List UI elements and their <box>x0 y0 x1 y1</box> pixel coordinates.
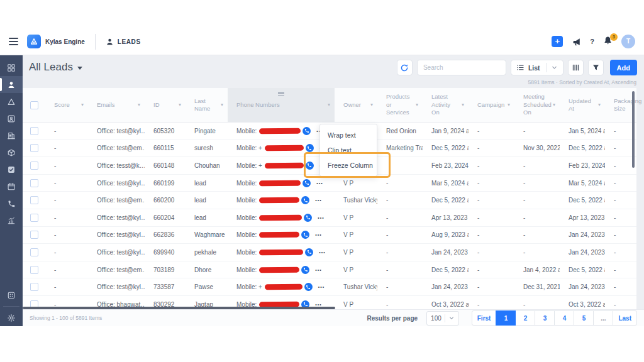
notifications-bell-icon[interactable]: 3 <box>603 36 613 48</box>
row-actions-icon[interactable]: ••• <box>315 302 321 307</box>
row-checkbox[interactable] <box>30 196 38 204</box>
sidebar-item-companies[interactable] <box>0 127 23 144</box>
cell-updated: Feb 23, 2024 … <box>560 157 605 174</box>
sidebar-item-apps[interactable] <box>0 287 23 304</box>
page-button-last[interactable]: Last <box>613 310 637 326</box>
page-button-...[interactable]: ... <box>593 310 613 326</box>
call-button[interactable] <box>301 231 309 239</box>
row-actions-icon[interactable]: ••• <box>319 250 325 255</box>
call-button[interactable] <box>306 144 314 152</box>
column-header-updated[interactable]: Updated At▾ <box>560 88 605 122</box>
sort-chevron-icon[interactable]: ▾ <box>462 102 464 108</box>
sidebar-item-products[interactable] <box>0 144 23 161</box>
cell-owner: Tushar Vicky <box>335 278 377 295</box>
sidebar-item-reports[interactable] <box>0 212 23 229</box>
column-header-products[interactable]: Products or Services▾ <box>377 88 423 122</box>
page-button-4[interactable]: 4 <box>554 310 574 326</box>
column-header-email[interactable]: Emails▾ <box>88 88 145 122</box>
sidebar-item-dashboard[interactable] <box>0 59 23 76</box>
sidebar-item-tasks[interactable] <box>0 161 23 178</box>
sort-chevron-icon[interactable]: ▾ <box>370 102 373 108</box>
sort-chevron-icon[interactable]: ▾ <box>138 102 140 108</box>
sort-chevron-icon[interactable]: ▾ <box>221 102 223 108</box>
sidebar-item-leads[interactable] <box>0 76 23 93</box>
row-actions-icon[interactable]: ••• <box>315 268 321 272</box>
column-header-last_name[interactable]: Last Name▾ <box>186 88 228 122</box>
cell-score: - <box>45 123 88 140</box>
menu-item-wrap-text[interactable]: Wrap text <box>320 128 377 143</box>
sort-chevron-icon[interactable]: ▾ <box>508 102 510 108</box>
vertical-scrollbar[interactable] <box>632 91 635 168</box>
row-actions-icon[interactable]: ••• <box>318 216 324 220</box>
cell-last_name: Dhore <box>186 261 228 278</box>
sidebar-item-meetings[interactable] <box>0 178 23 195</box>
row-checkbox[interactable] <box>30 162 38 170</box>
sidebar-item-calls[interactable] <box>0 195 23 212</box>
row-checkbox[interactable] <box>30 231 38 239</box>
page-button-1[interactable]: 1 <box>496 310 516 326</box>
column-drag-handle-icon[interactable] <box>278 92 284 97</box>
row-checkbox[interactable] <box>30 179 38 187</box>
sort-chevron-icon[interactable]: ▾ <box>416 102 418 108</box>
call-button[interactable] <box>304 214 312 222</box>
row-actions-icon[interactable]: ••• <box>318 285 325 289</box>
call-button[interactable] <box>306 162 314 170</box>
column-header-phone[interactable]: Phone Numbers▾ <box>228 88 335 122</box>
view-selector-title[interactable]: All Leads <box>29 61 82 74</box>
search-input[interactable] <box>422 63 508 72</box>
row-checkbox[interactable] <box>30 127 38 135</box>
column-header-latest_activity[interactable]: Latest Activity On▾ <box>423 88 469 122</box>
column-header-meeting[interactable]: Meeting Scheduled On▾ <box>514 88 560 122</box>
row-checkbox[interactable] <box>30 248 38 256</box>
menu-item-freeze-column[interactable]: Freeze Column <box>320 158 377 173</box>
sort-chevron-icon[interactable]: ▾ <box>598 102 601 108</box>
row-checkbox[interactable] <box>30 283 38 291</box>
call-button[interactable] <box>301 196 309 204</box>
menu-item-clip-text[interactable]: Clip text <box>320 143 377 158</box>
call-button[interactable] <box>305 248 313 256</box>
refresh-button[interactable] <box>397 60 413 75</box>
kylas-logo-icon[interactable] <box>27 35 41 48</box>
row-actions-icon[interactable]: ••• <box>315 233 321 237</box>
column-header-owner[interactable]: Owner▾ <box>335 88 377 122</box>
row-checkbox[interactable] <box>30 266 38 274</box>
call-button[interactable] <box>304 283 313 291</box>
sidebar-item-deals[interactable] <box>0 93 23 110</box>
page-button-first[interactable]: First <box>472 310 497 326</box>
page-button-3[interactable]: 3 <box>535 310 555 326</box>
help-icon[interactable]: ? <box>590 38 594 45</box>
column-header-id[interactable]: ID▾ <box>145 88 186 122</box>
call-button[interactable] <box>301 266 309 274</box>
view-type-dropdown[interactable]: List <box>511 60 564 75</box>
manage-columns-button[interactable] <box>568 60 584 75</box>
row-checkbox[interactable] <box>30 144 38 152</box>
page-button-5[interactable]: 5 <box>574 310 594 326</box>
call-button[interactable] <box>303 127 311 135</box>
sidebar-item-contacts[interactable] <box>0 110 23 127</box>
select-all-checkbox[interactable] <box>30 101 38 109</box>
filter-button[interactable] <box>588 60 604 75</box>
call-button[interactable] <box>303 179 311 187</box>
cell-last_name: lead <box>186 175 228 192</box>
page-button-2[interactable]: 2 <box>515 310 535 326</box>
add-lead-button[interactable]: Add <box>610 60 637 75</box>
results-per-page-select[interactable]: 100 <box>426 311 459 326</box>
cell-email: Office: test@em… <box>88 192 145 209</box>
hamburger-menu-icon[interactable] <box>9 38 18 45</box>
column-header-campaign[interactable]: Campaign▾ <box>469 88 514 122</box>
row-actions-icon[interactable]: ••• <box>315 198 321 202</box>
sort-chevron-icon[interactable]: ▾ <box>328 102 330 108</box>
row-checkbox[interactable] <box>30 214 38 222</box>
announcements-icon[interactable] <box>572 37 581 47</box>
column-header-score[interactable]: Score▾ <box>45 88 88 122</box>
app-window: Kylas Engine LEADS + ? 3 T All Leads <box>0 28 644 327</box>
row-actions-icon[interactable]: ••• <box>316 181 323 185</box>
quick-add-button[interactable]: + <box>552 36 563 47</box>
sidebar-item-settings[interactable] <box>0 309 23 326</box>
sort-chevron-icon[interactable]: ▾ <box>81 102 84 108</box>
sort-chevron-icon[interactable]: ▾ <box>179 102 181 108</box>
sort-chevron-icon[interactable]: ▾ <box>553 102 555 108</box>
toolbar-controls: List Add <box>397 60 637 75</box>
cell-campaign: - <box>469 209 514 226</box>
user-avatar[interactable]: T <box>621 35 635 48</box>
